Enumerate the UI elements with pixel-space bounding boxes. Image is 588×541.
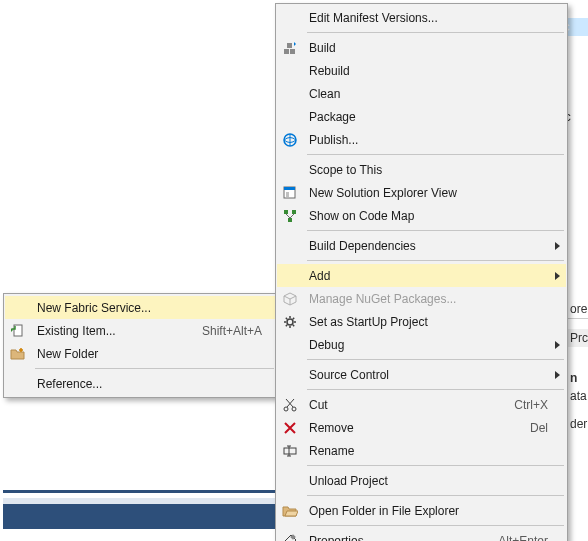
menu-separator	[307, 495, 564, 496]
menu-label: New Solution Explorer View	[309, 186, 457, 200]
menu-reference[interactable]: Reference...	[5, 372, 276, 395]
open-folder-icon	[281, 502, 299, 520]
bg-bar-thin	[3, 490, 288, 493]
menu-label: Package	[309, 110, 356, 124]
menu-properties[interactable]: Properties Alt+Enter	[277, 529, 566, 541]
svg-rect-9	[284, 187, 295, 190]
svg-rect-10	[286, 192, 289, 197]
bg-stub: n	[568, 369, 588, 387]
svg-rect-13	[288, 218, 292, 222]
existing-item-icon	[9, 322, 27, 340]
menu-separator	[307, 389, 564, 390]
menu-separator	[307, 32, 564, 33]
menu-clean[interactable]: Clean	[277, 82, 566, 105]
cut-icon	[281, 396, 299, 414]
submenu-arrow-icon	[555, 272, 560, 280]
menu-label: Edit Manifest Versions...	[309, 11, 438, 25]
menu-label: Build	[309, 41, 336, 55]
bg-stub: der	[568, 415, 588, 433]
build-icon	[281, 39, 299, 57]
svg-rect-4	[284, 49, 289, 54]
menu-open-folder[interactable]: Open Folder in File Explorer	[277, 499, 566, 522]
bg-stub: ata	[568, 387, 588, 405]
menu-separator	[307, 154, 564, 155]
svg-rect-5	[290, 49, 295, 54]
svg-rect-17	[284, 448, 296, 454]
menu-label: Rebuild	[309, 64, 350, 78]
menu-label: New Fabric Service...	[37, 301, 151, 315]
menu-label: Reference...	[37, 377, 102, 391]
menu-debug[interactable]: Debug	[277, 333, 566, 356]
menu-package[interactable]: Package	[277, 105, 566, 128]
svg-point-14	[287, 319, 293, 325]
bg-bar	[3, 498, 288, 529]
svg-rect-11	[284, 210, 288, 214]
menu-scope[interactable]: Scope to This	[277, 158, 566, 181]
menu-label: Debug	[309, 338, 344, 352]
submenu-arrow-icon	[555, 341, 560, 349]
new-folder-icon	[9, 345, 27, 363]
rename-icon	[281, 442, 299, 460]
menu-existing-item[interactable]: Existing Item... Shift+Alt+A	[5, 319, 276, 342]
properties-icon	[281, 532, 299, 542]
add-submenu: New Fabric Service... Existing Item... S…	[3, 293, 278, 398]
menu-unload-project[interactable]: Unload Project	[277, 469, 566, 492]
menu-shortcut: Ctrl+X	[514, 398, 548, 412]
menu-label: New Folder	[37, 347, 98, 361]
properties-partial: ore Prc n ata der	[568, 300, 588, 433]
menu-remove[interactable]: Remove Del	[277, 416, 566, 439]
menu-shortcut: Shift+Alt+A	[202, 324, 262, 338]
menu-label: Show on Code Map	[309, 209, 414, 223]
menu-label: Build Dependencies	[309, 239, 416, 253]
menu-separator	[35, 368, 274, 369]
svg-rect-6	[287, 43, 292, 48]
bg-stub: Prc	[568, 329, 588, 347]
menu-show-code-map[interactable]: Show on Code Map	[277, 204, 566, 227]
menu-set-startup[interactable]: Set as StartUp Project	[277, 310, 566, 333]
nuget-icon	[281, 290, 299, 308]
menu-separator	[307, 465, 564, 466]
menu-label: Clean	[309, 87, 340, 101]
menu-new-fabric-service[interactable]: New Fabric Service...	[5, 296, 276, 319]
menu-publish[interactable]: Publish...	[277, 128, 566, 151]
menu-label: Cut	[309, 398, 328, 412]
remove-icon	[281, 419, 299, 437]
bg-stub: ore	[568, 300, 588, 318]
menu-new-solution-explorer[interactable]: New Solution Explorer View	[277, 181, 566, 204]
menu-rename[interactable]: Rename	[277, 439, 566, 462]
menu-rebuild[interactable]: Rebuild	[277, 59, 566, 82]
menu-label: Set as StartUp Project	[309, 315, 428, 329]
menu-separator	[307, 230, 564, 231]
menu-shortcut: Del	[530, 421, 548, 435]
menu-edit-manifest[interactable]: Edit Manifest Versions...	[277, 6, 566, 29]
svg-rect-12	[292, 210, 296, 214]
submenu-arrow-icon	[555, 242, 560, 250]
menu-source-control[interactable]: Source Control	[277, 363, 566, 386]
menu-separator	[307, 525, 564, 526]
menu-separator	[307, 359, 564, 360]
menu-shortcut: Alt+Enter	[498, 534, 548, 542]
publish-icon	[281, 131, 299, 149]
menu-manage-nuget: Manage NuGet Packages...	[277, 287, 566, 310]
menu-build[interactable]: Build	[277, 36, 566, 59]
menu-label: Properties	[309, 534, 364, 542]
menu-label: Existing Item...	[37, 324, 116, 338]
menu-cut[interactable]: Cut Ctrl+X	[277, 393, 566, 416]
menu-label: Remove	[309, 421, 354, 435]
solution-explorer-icon	[281, 184, 299, 202]
menu-label: Source Control	[309, 368, 389, 382]
svg-point-16	[292, 407, 296, 411]
gear-icon	[281, 313, 299, 331]
menu-label: Publish...	[309, 133, 358, 147]
menu-build-dependencies[interactable]: Build Dependencies	[277, 234, 566, 257]
code-map-icon	[281, 207, 299, 225]
menu-label: Manage NuGet Packages...	[309, 292, 456, 306]
menu-label: Rename	[309, 444, 354, 458]
menu-label: Scope to This	[309, 163, 382, 177]
menu-new-folder[interactable]: New Folder	[5, 342, 276, 365]
menu-separator	[307, 260, 564, 261]
menu-add[interactable]: Add	[277, 264, 566, 287]
svg-point-15	[284, 407, 288, 411]
menu-label: Open Folder in File Explorer	[309, 504, 459, 518]
context-menu: Edit Manifest Versions... Build Rebuild …	[275, 3, 568, 541]
